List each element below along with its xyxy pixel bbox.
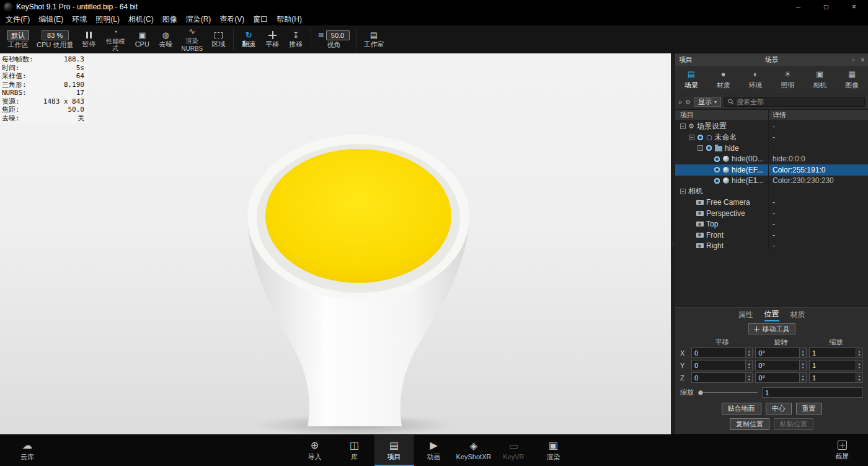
tree-row-right[interactable]: Right-: [675, 241, 868, 252]
workspace-default-chip[interactable]: 默认: [7, 30, 29, 40]
visibility-eye-icon[interactable]: [714, 166, 720, 173]
filter-settings-icon[interactable]: ⚙: [685, 99, 691, 105]
menu-item-image[interactable]: 图像: [158, 14, 182, 25]
scale-z-input[interactable]: 1▴▾: [809, 372, 863, 383]
expander-icon[interactable]: −: [680, 189, 686, 194]
fov-value-input[interactable]: 50.0: [326, 30, 350, 40]
spin-down-icon[interactable]: ▾: [748, 365, 750, 369]
panel-splitter[interactable]: ⋮: [671, 53, 675, 434]
tree-row-scene-settings[interactable]: −⚙场景设置-: [675, 121, 868, 132]
panel-tab-environment[interactable]: ◐环境: [740, 66, 772, 94]
spinner-arrows[interactable]: ▴▾: [799, 348, 806, 357]
bottombar-item-import[interactable]: ⊕导入: [295, 435, 335, 466]
center-button[interactable]: 中心: [766, 403, 792, 414]
menu-item-help[interactable]: 帮助(H): [272, 14, 306, 25]
viewport-3d[interactable]: 每秒帧数:188.3时间:5s采样值:64三角形:8,190NURBS:17资源…: [0, 53, 671, 434]
menu-item-edit[interactable]: 编辑(E): [34, 14, 68, 25]
spinner-arrows[interactable]: ▴▾: [799, 361, 806, 370]
spin-down-icon[interactable]: ▾: [802, 378, 804, 382]
expander-icon[interactable]: −: [689, 135, 694, 140]
tumble-tool-button[interactable]: ↻ 翻滚: [237, 25, 260, 53]
bottombar-item-keyshotxr[interactable]: ◈KeyShotXR: [454, 435, 494, 466]
panel-tab-material[interactable]: ●材质: [707, 66, 740, 94]
cpu-usage-indicator[interactable]: 83 % CPU 使用量: [33, 25, 76, 53]
studio-button[interactable]: ▤ 工作室: [361, 25, 388, 53]
expander-icon[interactable]: −: [680, 123, 686, 129]
subtab-properties[interactable]: 属性: [738, 308, 753, 321]
menu-item-render[interactable]: 渲染(R): [182, 14, 216, 25]
tree-row-part-hide-0d[interactable]: hide(0D...hide:0:0:0: [675, 154, 868, 165]
subtab-position[interactable]: 位置: [764, 308, 779, 321]
tree-row-part-hide-e1[interactable]: hide(E1...Color:230:230:230: [675, 176, 868, 187]
rotate-z-input[interactable]: 0°▴▾: [755, 372, 807, 383]
tree-row-free-camera[interactable]: Free Camera-: [675, 197, 868, 208]
bottombar-item-project[interactable]: ▤项目: [374, 435, 414, 466]
rotate-x-input[interactable]: 0°▴▾: [755, 347, 807, 358]
maximize-button[interactable]: □: [812, 0, 840, 14]
minimize-button[interactable]: –: [784, 0, 812, 14]
spinner-arrows[interactable]: ▴▾: [799, 373, 806, 382]
tree-row-perspective[interactable]: Perspective-: [675, 208, 868, 219]
spin-down-icon[interactable]: ▾: [748, 378, 750, 382]
denoise-button[interactable]: ◍ 去噪: [154, 25, 177, 53]
pan-tool-button[interactable]: 平移: [261, 25, 283, 53]
scale-y-input[interactable]: 1▴▾: [809, 360, 863, 370]
visibility-eye-icon[interactable]: [714, 156, 720, 163]
scale-slider[interactable]: [698, 388, 758, 397]
tree-row-part-hide-ef[interactable]: hide(EF...Color:255:191:0: [675, 164, 868, 176]
reset-button[interactable]: 重置: [796, 403, 822, 414]
visibility-eye-icon[interactable]: [714, 177, 720, 184]
spinner-arrows[interactable]: ▴▾: [856, 361, 862, 370]
cpu-mode-button[interactable]: ▣ CPU: [131, 25, 153, 53]
panel-tab-image[interactable]: ▦图像: [836, 66, 868, 94]
expander-icon[interactable]: −: [698, 145, 703, 151]
spinner-arrows[interactable]: ▴▾: [745, 361, 752, 370]
bottombar-item-render[interactable]: ▣渲染: [533, 435, 573, 466]
spinner-arrows[interactable]: ▴▾: [745, 373, 752, 382]
visibility-eye-icon[interactable]: [706, 145, 712, 151]
subtab-material[interactable]: 材质: [790, 308, 805, 321]
menu-item-view[interactable]: 查看(V): [215, 14, 249, 25]
tree-row-model-unnamed[interactable]: −▢未命名-: [675, 132, 868, 143]
bottombar-item-animation[interactable]: ▶动画: [414, 435, 454, 466]
render-nurbs-button[interactable]: ∿ 渲染 NURBS: [178, 25, 206, 53]
pause-button[interactable]: 暂停: [78, 25, 100, 53]
show-dropdown[interactable]: 显示 ▾: [694, 97, 721, 107]
panel-tab-scene[interactable]: ▤场景: [675, 66, 707, 94]
panel-tab-lighting[interactable]: ☀照明: [771, 66, 804, 94]
rotate-y-input[interactable]: 0°▴▾: [755, 360, 807, 370]
fov-control[interactable]: ⊞ 50.0 视角: [315, 25, 352, 53]
move-tool-button[interactable]: 移动工具: [748, 323, 795, 334]
translate-y-input[interactable]: 0▴▾: [691, 360, 753, 370]
menu-item-file[interactable]: 文件(F): [1, 14, 34, 25]
snap-to-ground-button[interactable]: 贴合地面: [722, 403, 761, 414]
screenshot-button[interactable]: 截屏: [822, 435, 862, 466]
close-button[interactable]: ×: [840, 0, 868, 14]
title-bar[interactable]: KeyShot 9.1 Pro - untitled.bip - 64 bit …: [0, 0, 868, 14]
cloud-library-button[interactable]: ☁ 云库: [7, 435, 47, 466]
bottombar-item-library[interactable]: ◫库: [335, 435, 374, 466]
menu-item-window[interactable]: 窗口: [249, 14, 272, 25]
undock-panel-icon[interactable]: ▫: [852, 56, 855, 63]
panel-tab-camera[interactable]: ▣相机: [804, 66, 836, 94]
performance-mode-button[interactable]: ◔ 性能模式: [101, 25, 130, 53]
spin-down-icon[interactable]: ▾: [858, 378, 860, 382]
tree-row-group-hide[interactable]: −hide: [675, 143, 868, 154]
menu-item-camera[interactable]: 相机(C): [124, 14, 158, 25]
menu-item-environment[interactable]: 环境: [68, 14, 91, 25]
bottombar-item-keyvr[interactable]: ▭KeyVR: [494, 435, 533, 466]
spinner-arrows[interactable]: ▴▾: [856, 373, 862, 382]
spin-down-icon[interactable]: ▾: [802, 365, 804, 369]
paste-position-button[interactable]: 粘贴位置: [774, 418, 813, 430]
spin-down-icon[interactable]: ▾: [748, 353, 750, 357]
close-panel-icon[interactable]: ×: [861, 56, 864, 63]
uniform-scale-input[interactable]: 1: [762, 387, 863, 398]
column-header-detail[interactable]: 详情: [768, 110, 868, 120]
column-header-item[interactable]: 项目: [675, 110, 768, 120]
tree-row-cameras-group[interactable]: −相机: [675, 186, 868, 197]
spin-down-icon[interactable]: ▾: [802, 353, 804, 357]
project-panel-header[interactable]: 项目 场景 ▫ ×: [675, 53, 868, 66]
spin-down-icon[interactable]: ▾: [858, 353, 860, 357]
region-render-button[interactable]: 区域: [207, 25, 229, 53]
spinner-arrows[interactable]: ▴▾: [856, 348, 862, 357]
